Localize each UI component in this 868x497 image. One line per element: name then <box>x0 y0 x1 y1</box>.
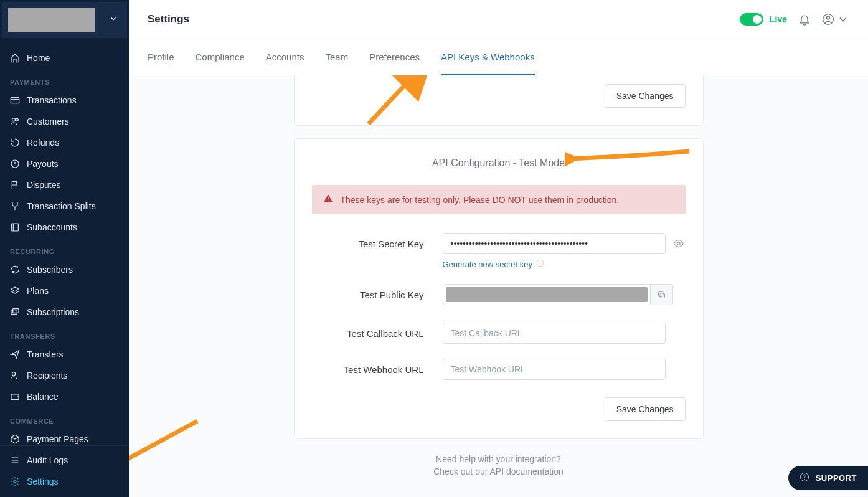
help-footer: Need help with your integration? Check o… <box>148 454 849 476</box>
public-key-field[interactable] <box>443 284 651 305</box>
callback-url-field[interactable] <box>443 323 666 344</box>
card-icon <box>10 95 20 105</box>
svg-rect-4 <box>12 224 19 231</box>
chevron-down-icon <box>109 14 118 26</box>
send-icon <box>10 349 20 359</box>
home-icon <box>10 53 20 63</box>
split-icon <box>10 201 20 211</box>
sidebar-item-settings[interactable]: Settings <box>0 471 129 492</box>
bell-icon[interactable] <box>798 13 811 26</box>
svg-point-19 <box>804 479 804 480</box>
org-switcher[interactable] <box>2 2 127 38</box>
svg-rect-16 <box>660 293 665 298</box>
help-line2[interactable]: Check out our API documentation <box>148 466 849 476</box>
sidebar-item-disputes[interactable]: Disputes <box>0 174 129 196</box>
sidebar-item-balance[interactable]: Balance <box>0 386 129 407</box>
tab-accounts[interactable]: Accounts <box>266 39 304 75</box>
refund-icon <box>10 138 20 148</box>
previous-card-partial: Save Changes <box>294 75 704 126</box>
svg-point-14 <box>677 242 680 245</box>
sidebar-item-label: Audit Logs <box>27 455 68 465</box>
svg-rect-17 <box>658 291 663 296</box>
tab-api-keys-webhooks[interactable]: API Keys & Webhooks <box>441 39 535 75</box>
sidebar-item-label: Transaction Splits <box>27 201 96 211</box>
sidebar-item-subscriptions[interactable]: Subscriptions <box>0 301 129 323</box>
page-title: Settings <box>148 13 189 26</box>
sidebar-item-home[interactable]: Home <box>0 47 129 69</box>
webhook-url-field[interactable] <box>443 359 666 380</box>
secret-key-field[interactable] <box>443 233 666 254</box>
svg-point-12 <box>827 16 830 19</box>
sidebar-item-payment-pages[interactable]: Payment Pages <box>0 428 129 445</box>
sidebar-item-audit-logs[interactable]: Audit Logs <box>0 450 129 471</box>
save-changes-button-prev[interactable]: Save Changes <box>605 84 686 108</box>
sidebar-item-subscribers[interactable]: Subscribers <box>0 259 129 280</box>
layers-icon <box>10 286 20 296</box>
sidebar-item-subaccounts[interactable]: Subaccounts <box>0 217 129 238</box>
live-label: Live <box>770 14 787 24</box>
svg-rect-5 <box>11 310 17 315</box>
tab-compliance[interactable]: Compliance <box>196 39 245 75</box>
section-label-recurring: RECURRING <box>0 238 129 259</box>
copy-button[interactable] <box>651 284 673 305</box>
tab-team[interactable]: Team <box>325 39 348 75</box>
sidebar-item-label: Refunds <box>27 138 59 148</box>
box-icon <box>10 434 20 444</box>
svg-point-1 <box>12 118 15 121</box>
sidebar-item-label: Transfers <box>27 349 64 359</box>
topbar: Settings Live <box>129 0 868 39</box>
sidebar-item-transaction-splits[interactable]: Transaction Splits <box>0 196 129 217</box>
cards-icon <box>10 307 20 317</box>
svg-point-2 <box>16 118 18 121</box>
sidebar-item-label: Subaccounts <box>27 222 77 232</box>
sidebar-item-label: Transactions <box>27 95 77 105</box>
section-label-commerce: COMMERCE <box>0 407 129 428</box>
sidebar-item-label: Customers <box>27 116 69 126</box>
live-toggle[interactable] <box>740 13 763 26</box>
sidebar-item-label: Payment Pages <box>27 434 88 444</box>
warning-icon <box>323 194 333 206</box>
save-changes-button[interactable]: Save Changes <box>605 397 686 421</box>
svg-point-7 <box>12 372 15 376</box>
sidebar-item-transfers[interactable]: Transfers <box>0 344 129 365</box>
public-key-label: Test Public Key <box>312 290 443 300</box>
api-config-card: API Configuration - Test Mode These keys… <box>294 138 704 439</box>
secret-key-label: Test Secret Key <box>312 239 443 249</box>
sidebar-scroll: Home PAYMENTS Transactions Customers Ref… <box>0 40 129 445</box>
live-mode[interactable]: Live <box>740 13 787 26</box>
tabs: Profile Compliance Accounts Team Prefere… <box>129 39 868 75</box>
sidebar-item-label: Disputes <box>27 180 60 190</box>
generate-secret-link[interactable]: Generate new secret key <box>443 259 545 269</box>
user-menu[interactable] <box>822 13 849 26</box>
help-icon <box>800 472 809 484</box>
sidebar-item-transactions[interactable]: Transactions <box>0 90 129 111</box>
content: Save Changes API Configuration - Test Mo… <box>129 75 868 497</box>
flag-icon <box>10 180 20 190</box>
svg-rect-0 <box>11 97 19 103</box>
eye-icon[interactable] <box>673 238 686 249</box>
sidebar-item-payouts[interactable]: Payouts <box>0 153 129 174</box>
sidebar-item-label: Subscribers <box>27 265 73 275</box>
sidebar-item-label: Plans <box>27 286 49 296</box>
support-label: SUPPORT <box>816 473 857 483</box>
section-label-payments: PAYMENTS <box>0 69 129 90</box>
sidebar-item-label: Subscriptions <box>27 307 79 317</box>
people-icon <box>10 371 20 381</box>
payout-icon <box>10 159 20 169</box>
sidebar-item-recipients[interactable]: Recipients <box>0 365 129 386</box>
sidebar-item-plans[interactable]: Plans <box>0 280 129 301</box>
book-icon <box>10 222 20 232</box>
org-logo <box>8 8 95 32</box>
sidebar-item-label: Balance <box>27 392 59 402</box>
help-line1: Need help with your integration? <box>436 454 561 464</box>
svg-point-10 <box>14 480 16 483</box>
sidebar-item-customers[interactable]: Customers <box>0 111 129 132</box>
tab-preferences[interactable]: Preferences <box>369 39 420 75</box>
sidebar-item-refunds[interactable]: Refunds <box>0 132 129 153</box>
gear-icon <box>10 476 20 486</box>
tab-profile[interactable]: Profile <box>148 39 174 75</box>
svg-point-13 <box>328 201 328 201</box>
sidebar-item-label: Recipients <box>27 371 67 381</box>
sidebar-item-label: Home <box>27 53 50 63</box>
support-button[interactable]: SUPPORT <box>788 466 868 490</box>
